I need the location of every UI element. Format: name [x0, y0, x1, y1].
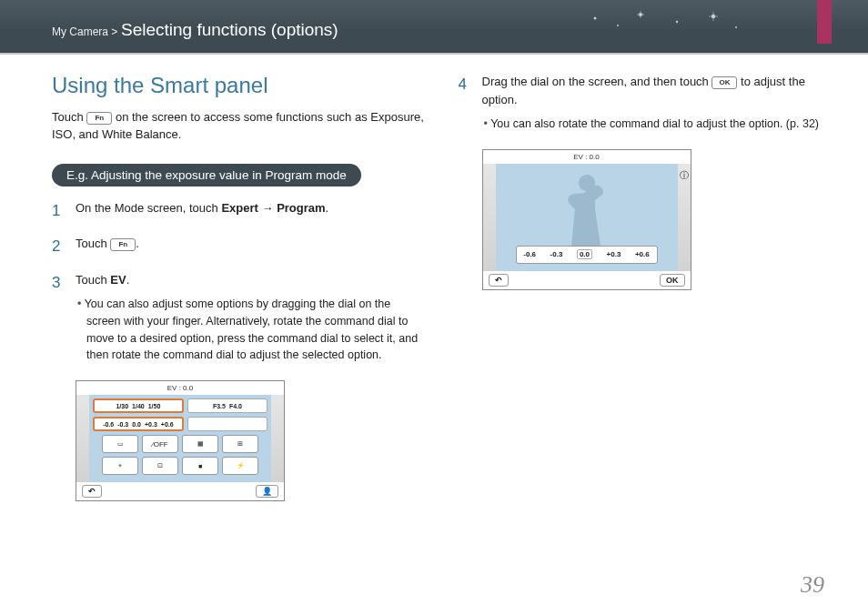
camera-screen-title: EV : 0.0	[76, 381, 284, 395]
camera-screen-2: EV : 0.0 -0.6 -0.3 0.0 +0.3 +0.6	[482, 149, 691, 290]
fn-button-icon: Fn	[110, 238, 136, 251]
fn-button-icon: Fn	[86, 112, 112, 125]
option-btn-3: ▦	[182, 435, 218, 453]
option-btn-7: ■	[182, 457, 218, 475]
example-pill: E.g. Adjusting the exposure value in Pro…	[52, 164, 361, 187]
page-header: My Camera > Selecting functions (options…	[0, 0, 868, 55]
option-btn-1: ▭	[102, 435, 138, 453]
breadcrumb: My Camera > Selecting functions (options…	[52, 20, 338, 40]
person-silhouette	[546, 167, 628, 258]
ok-button-icon: OK	[712, 76, 737, 89]
sparkle-decoration	[577, 9, 759, 36]
page-number: 39	[801, 571, 824, 599]
ok-button: OK	[660, 274, 685, 287]
step-4-sub: You can also rotate the command dial to …	[482, 116, 833, 133]
camera-screen-1: EV : 0.0 1/30 1/40 1/50 F3.5 F4.0	[76, 380, 285, 501]
step-number: 2	[52, 235, 76, 258]
step-3-sub: You can also adjust some options by drag…	[76, 296, 426, 364]
breadcrumb-title: Selecting functions (options)	[121, 20, 338, 39]
screen2-side-left	[483, 164, 496, 271]
svg-point-3	[676, 21, 678, 23]
step-4: 4 Drag the dial on the screen, and then …	[459, 73, 833, 136]
section-heading: Using the Smart panel	[52, 73, 426, 98]
iso-dial	[187, 417, 267, 431]
breadcrumb-prefix: My Camera >	[52, 25, 117, 38]
screen2-main: -0.6 -0.3 0.0 +0.3 +0.6	[496, 164, 678, 271]
svg-point-1	[617, 25, 619, 26]
right-column: 4 Drag the dial on the screen, and then …	[459, 73, 833, 501]
intro-text: Touch Fn on the screen to access some fu…	[52, 109, 426, 144]
step-number: 4	[459, 73, 482, 136]
screen2-side-right: ⓘ	[678, 164, 691, 271]
step-3: 3 Touch EV. You can also adjust some opt…	[52, 271, 426, 368]
step-1: 1 On the Mode screen, touch Expert → Pro…	[52, 199, 426, 223]
left-column: Using the Smart panel Touch Fn on the sc…	[52, 73, 426, 501]
option-btn-5: ⌖	[102, 457, 138, 475]
option-btn-8: ⚡	[222, 457, 258, 475]
svg-point-5	[735, 26, 737, 28]
camera-screen-2-title: EV : 0.0	[483, 150, 691, 164]
screen-side-left	[76, 395, 89, 482]
section-tab	[817, 0, 832, 44]
svg-point-0	[594, 17, 597, 20]
ev-dial: -0.6 -0.3 0.0 +0.3 +0.6	[93, 417, 184, 431]
back-icon: ↶	[82, 485, 102, 498]
step-number: 3	[52, 271, 76, 368]
option-btn-4: ⊞	[222, 435, 258, 453]
shutter-dial: 1/30 1/40 1/50	[93, 398, 184, 413]
person-icon: 👤	[256, 485, 278, 498]
screen-main: 1/30 1/40 1/50 F3.5 F4.0 -0.6 -0.3	[89, 395, 271, 482]
step-number: 1	[52, 199, 76, 223]
info-icon: ⓘ	[680, 169, 689, 182]
option-btn-6: ⊡	[142, 457, 178, 475]
back-icon: ↶	[489, 274, 509, 287]
option-btn-2: ⁄OFF	[142, 435, 178, 453]
ev-scale: -0.6 -0.3 0.0 +0.3 +0.6	[516, 246, 658, 264]
screen-side-right	[271, 395, 284, 482]
step-2: 2 Touch Fn.	[52, 235, 426, 258]
aperture-dial: F3.5 F4.0	[187, 398, 267, 413]
